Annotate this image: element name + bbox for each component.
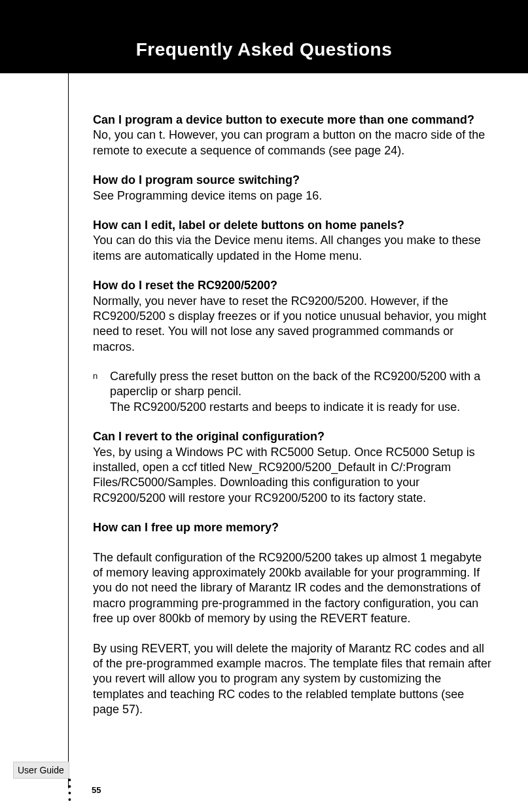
faq-answer: See Programming device items on page 16. [93, 188, 492, 203]
dot-ornament: •••• [68, 777, 71, 803]
faq-question: Can I revert to the original configurati… [93, 429, 492, 444]
side-label: User Guide [13, 762, 69, 779]
faq-answer: You can do this via the Device menu item… [93, 233, 492, 264]
faq-answer: By using REVERT, you will delete the maj… [93, 641, 492, 718]
faq-question: How can I free up more memory? [93, 520, 492, 535]
faq-content: Can I program a device button to execute… [93, 113, 492, 718]
faq-answer: The default configuration of the RC9200/… [93, 550, 492, 627]
page-header: Frequently Asked Questions [0, 0, 528, 73]
faq-question: How do I program source switching? [93, 173, 492, 188]
side-label-text: User Guide [18, 765, 64, 775]
bullet-marker: n [93, 369, 110, 415]
instruction-bullet: n Carefully press the reset button on th… [93, 369, 492, 415]
page-number: 55 [92, 785, 101, 795]
faq-answer: Yes, by using a Windows PC with RC5000 S… [93, 445, 492, 506]
faq-answer: No, you can t. However, you can program … [93, 128, 492, 158]
faq-answer: Normally, you never have to reset the RC… [93, 294, 492, 355]
faq-question: How can I edit, label or delete buttons … [93, 218, 492, 233]
header-title: Frequently Asked Questions [136, 39, 393, 60]
faq-question: Can I program a device button to execute… [93, 113, 492, 128]
vertical-rule [68, 73, 69, 788]
faq-question: How do I reset the RC9200/5200? [93, 278, 492, 293]
bullet-text: Carefully press the reset button on the … [110, 369, 492, 415]
page-body: Can I program a device button to execute… [0, 73, 528, 812]
